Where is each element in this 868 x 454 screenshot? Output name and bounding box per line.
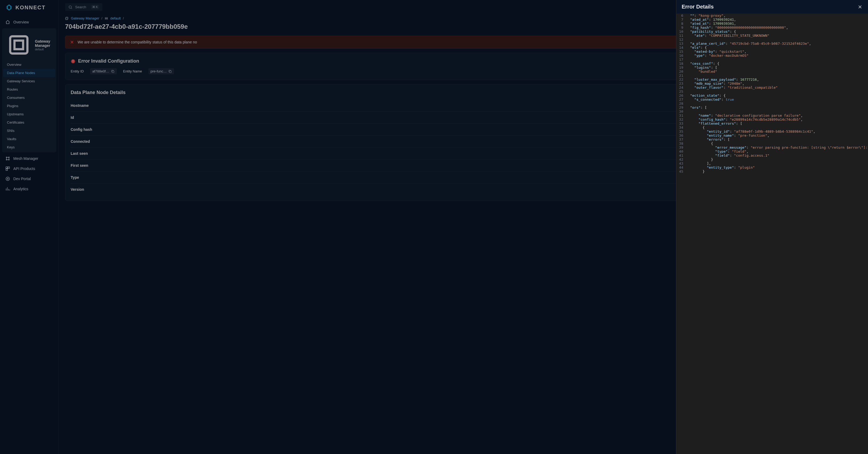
line-number: 9 [676, 26, 686, 30]
code-line: 21 [676, 73, 868, 77]
line-number: 34 [676, 126, 686, 129]
line-content: "entity_id": "af788e0f-1d9b-4889-b8b4-53… [686, 129, 868, 133]
code-line: 33 "flattened_errors": [ [676, 122, 868, 126]
line-content: "cess_conf": { [686, 62, 868, 66]
line-number: 10 [676, 30, 686, 34]
code-line: 8 "ated_at": 1709939301, [676, 22, 868, 26]
code-line: 42 } [676, 158, 868, 161]
line-number: 15 [676, 50, 686, 54]
line-content: "eated-by": "quickstart", [686, 50, 868, 54]
line-content: "type": "field", [686, 150, 868, 154]
panel-header: Error Details [676, 0, 868, 13]
line-number: 17 [676, 58, 686, 62]
line-number: 22 [676, 77, 686, 82]
line-number: 45 [676, 169, 686, 173]
code-line: 32 "config_hash": "e28899a14c74cdb5e2889… [676, 118, 868, 122]
line-number: 13 [676, 41, 686, 45]
line-content [686, 109, 868, 114]
code-line: 43 ], [676, 161, 868, 165]
line-content: "outer_flavor": "traditional_compatible" [686, 86, 868, 90]
line-content: "a_plane_cert_id": "45719cbd-75a8-45c0-b… [686, 41, 868, 45]
code-line: 25 [676, 90, 868, 94]
line-number: 30 [676, 109, 686, 114]
code-line: 9 "fig_hash": "0000000000000000000000000… [676, 26, 868, 30]
line-number: 42 [676, 158, 686, 161]
code-line: 27 "s_connected": true [676, 98, 868, 101]
line-content: "name": "declarative configuration parse… [686, 114, 868, 118]
line-number: 21 [676, 73, 686, 77]
line-number: 35 [676, 129, 686, 133]
code-line: 7 "ated_at": 1709939241, [676, 18, 868, 22]
line-content: "error_message": "error parsing pre-func… [686, 145, 868, 150]
line-content [686, 38, 868, 41]
code-line: 29 "ors": [ [676, 105, 868, 109]
line-number: 31 [676, 114, 686, 118]
line-number: 40 [676, 150, 686, 154]
line-content: "entity_name": "pre-function", [686, 133, 868, 137]
code-line: 24 "outer_flavor": "traditional_compatib… [676, 86, 868, 90]
line-content: "bundled" [686, 69, 868, 73]
line-content: "ated_at": 1709939241, [686, 18, 868, 22]
code-line: 22 "luster_max_payload": 16777216, [676, 77, 868, 82]
line-content: "config_hash": "e28899a14c74cdb5e28899a1… [686, 118, 868, 122]
code-line: 12 [676, 38, 868, 41]
line-number: 14 [676, 45, 686, 50]
code-line: 40 "type": "field", [676, 150, 868, 154]
close-icon[interactable] [857, 4, 863, 9]
line-number: 44 [676, 165, 686, 169]
code-line: 15 "eated-by": "quickstart", [676, 50, 868, 54]
line-number: 6 [676, 13, 686, 18]
code-line: 14 "els": { [676, 45, 868, 50]
code-line: 18 "cess_conf": { [676, 62, 868, 66]
line-number: 28 [676, 101, 686, 105]
line-number: 27 [676, 98, 686, 101]
line-number: 38 [676, 141, 686, 145]
line-content: "luster_max_payload": 16777216, [686, 77, 868, 82]
line-number: 41 [676, 154, 686, 158]
code-line: 19 "lugins": [ [676, 66, 868, 69]
line-content: } [686, 158, 868, 161]
line-number: 19 [676, 66, 686, 69]
line-content: } [686, 169, 868, 173]
code-line: 34 { [676, 126, 868, 129]
line-content: "flattened_errors": [ [686, 122, 868, 126]
code-line: 11 "ate": "COMPATIBILITY_STATE_UNKNOWN" [676, 34, 868, 38]
line-content: { [686, 141, 868, 145]
code-line: 16 "ype": "docker-macOsArmOS" [676, 54, 868, 58]
line-number: 37 [676, 137, 686, 141]
line-number: 20 [676, 69, 686, 73]
line-number: 7 [676, 18, 686, 22]
line-number: 25 [676, 90, 686, 94]
line-content: "ors": [ [686, 105, 868, 109]
code-line: 39 "error_message": "error parsing pre-f… [676, 145, 868, 150]
line-content: "ection_state": { [686, 94, 868, 98]
line-number: 11 [676, 34, 686, 38]
panel-title: Error Details [682, 4, 714, 10]
line-content: "patibility_status": { [686, 30, 868, 34]
code-line: 45 } [676, 169, 868, 173]
code-block[interactable]: 6 "": "kong-proxy",7 "ated_at": 17099392… [676, 13, 868, 454]
line-number: 16 [676, 54, 686, 58]
line-number: 29 [676, 105, 686, 109]
line-number: 23 [676, 82, 686, 86]
code-line: 26 "ection_state": { [676, 94, 868, 98]
line-number: 33 [676, 122, 686, 126]
line-number: 8 [676, 22, 686, 26]
line-number: 26 [676, 94, 686, 98]
line-number: 39 [676, 145, 686, 150]
line-content: "lugins": [ [686, 66, 868, 69]
line-content: "field": "config.access.1" [686, 154, 868, 158]
line-content [686, 90, 868, 94]
line-number: 43 [676, 161, 686, 165]
code-line: 41 "field": "config.access.1" [676, 154, 868, 158]
code-line: 28 [676, 101, 868, 105]
line-content: "els": { [686, 45, 868, 50]
code-line: 13 "a_plane_cert_id": "45719cbd-75a8-45c… [676, 41, 868, 45]
line-content: { [686, 126, 868, 129]
line-content: "errors": [ [686, 137, 868, 141]
line-number: 36 [676, 133, 686, 137]
code-line: 20 "bundled" [676, 69, 868, 73]
line-number: 18 [676, 62, 686, 66]
code-line: 17 [676, 58, 868, 62]
line-number: 32 [676, 118, 686, 122]
